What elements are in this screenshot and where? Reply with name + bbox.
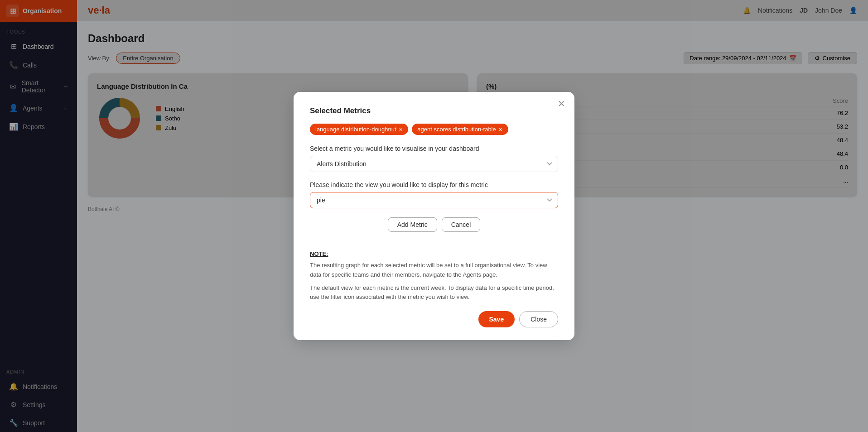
modal-footer: Save Close [310, 311, 558, 327]
modal-title: Selected Metrics [310, 106, 558, 115]
metric-dropdown[interactable]: Alerts Distribution Language Distributio… [310, 156, 558, 172]
note-text-2: The default view for each metric is the … [310, 283, 558, 302]
note-text-1: The resulting graph for each selected me… [310, 261, 558, 280]
note-title: NOTE: [310, 250, 558, 257]
chip-agent-scores: agent scores distribution-table × [412, 124, 508, 135]
view-dropdown[interactable]: pie bar table doughnut line [310, 192, 558, 208]
chip-remove-language[interactable]: × [399, 126, 403, 133]
modal-overlay: ✕ Selected Metrics language distribution… [0, 0, 868, 432]
close-button[interactable]: Close [519, 311, 558, 327]
view-select-row: Please indicate the view you would like … [310, 181, 558, 208]
metric-select-label: Select a metric you would like to visual… [310, 145, 558, 152]
chip-label: language distribution-doughnut [315, 126, 396, 133]
chip-remove-agent[interactable]: × [499, 126, 503, 133]
save-button[interactable]: Save [478, 311, 515, 327]
chip-label: agent scores distribution-table [417, 126, 496, 133]
selected-metrics-modal: ✕ Selected Metrics language distribution… [294, 92, 574, 340]
view-select-label: Please indicate the view you would like … [310, 181, 558, 188]
metric-select-row: Select a metric you would like to visual… [310, 145, 558, 172]
add-metric-button[interactable]: Add Metric [388, 217, 437, 232]
cancel-button[interactable]: Cancel [442, 217, 481, 232]
note-section: NOTE: The resulting graph for each selec… [310, 243, 558, 302]
modal-actions: Add Metric Cancel [310, 217, 558, 232]
modal-close-button[interactable]: ✕ [558, 99, 565, 108]
chips-area: language distribution-doughnut × agent s… [310, 124, 558, 135]
chip-language-distribution: language distribution-doughnut × [310, 124, 408, 135]
